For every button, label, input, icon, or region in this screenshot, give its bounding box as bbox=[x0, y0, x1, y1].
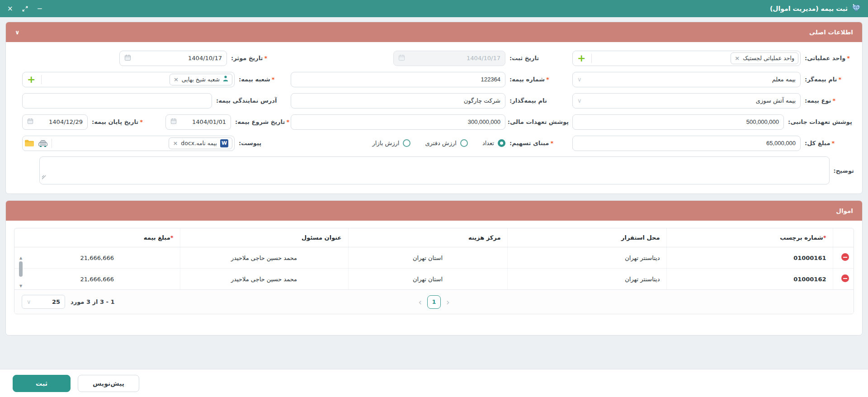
effective-date-input[interactable]: 1404/10/17 bbox=[119, 51, 227, 66]
financial-coverage-input[interactable] bbox=[291, 114, 505, 130]
row-remove-cell bbox=[833, 269, 854, 290]
current-page-button[interactable]: 1 bbox=[427, 295, 441, 309]
collateral-coverage-input[interactable] bbox=[572, 114, 784, 130]
action-footer: ثبت پیش‌نویس bbox=[0, 369, 868, 397]
end-date-input[interactable]: 1404/12/29 bbox=[22, 114, 88, 130]
required-mark: * bbox=[546, 76, 549, 83]
end-date-label: *تاریخ پایان بیمه: bbox=[88, 118, 143, 125]
draft-button[interactable]: پیش‌نویس bbox=[78, 375, 139, 392]
total-amount-input[interactable] bbox=[572, 136, 801, 151]
description-textarea[interactable] bbox=[39, 156, 830, 184]
next-page-icon[interactable]: › bbox=[445, 297, 451, 307]
calendar-icon[interactable] bbox=[27, 118, 33, 126]
submit-button[interactable]: ثبت bbox=[13, 375, 71, 392]
calendar-icon[interactable] bbox=[124, 54, 131, 62]
required-mark: * bbox=[823, 234, 826, 241]
form-row-3: *نوع بیمه: بیمه آتش سوزی ∨ نام بیمه‌گذار… bbox=[14, 93, 854, 109]
calendar-icon[interactable] bbox=[170, 118, 177, 126]
radio-market-value-label: ارزش بازار bbox=[373, 140, 400, 147]
main-info-card: اطلاعات اصلی ∨ *واحد عملیاتی: واحد عملیا… bbox=[5, 22, 863, 194]
attachment-chip: W بیمه نامه.docx × bbox=[169, 137, 232, 149]
required-mark: * bbox=[847, 55, 850, 61]
responsible-cell: محمد حسین حاجی ملاحیدر bbox=[180, 247, 348, 269]
radio-dot[interactable] bbox=[498, 139, 505, 147]
attachment-group: پیوست: W بیمه نامه.docx × bbox=[22, 136, 261, 151]
required-mark: * bbox=[272, 76, 275, 83]
table-row: 01000161 دیتاسنتر تهران استان تهران محمد… bbox=[14, 247, 854, 269]
col-location: محل استقرار bbox=[507, 228, 666, 247]
start-date-input[interactable]: 1404/01/01 bbox=[165, 114, 231, 130]
folder-icon[interactable] bbox=[24, 139, 34, 147]
insurance-number-group: *شماره بیمه: bbox=[291, 72, 569, 87]
financial-coverage-label: پوشش تعهدات مالی: bbox=[505, 118, 569, 125]
tag-number-cell: 01000162 bbox=[666, 269, 833, 290]
insurance-amount-cell: 21,666,666 bbox=[14, 247, 180, 269]
scanner-icon[interactable] bbox=[38, 139, 48, 147]
scroll-down-icon[interactable]: ▼ bbox=[19, 284, 22, 288]
radio-market-value[interactable]: ارزش بازار bbox=[373, 139, 411, 147]
radio-count[interactable]: تعداد bbox=[482, 139, 505, 147]
close-icon[interactable]: × bbox=[7, 5, 13, 12]
insurer-name-value: بیمه معلم bbox=[772, 76, 796, 83]
col-responsible: عنوان مسئول bbox=[180, 228, 348, 247]
policyholder-name-input[interactable] bbox=[291, 93, 505, 109]
allocation-basis-group: *مبنای تسهیم: تعداد ارزش دفتری ارزش ب bbox=[373, 139, 569, 147]
start-date-label: *تاریخ شروع بیمه: bbox=[231, 118, 289, 125]
add-operational-unit-button[interactable]: + bbox=[575, 53, 588, 63]
radio-count-label: تعداد bbox=[482, 140, 494, 147]
add-insurance-branch-button[interactable]: + bbox=[24, 75, 38, 85]
chip-remove-icon[interactable]: × bbox=[735, 55, 740, 61]
attachment-field[interactable]: W بیمه نامه.docx × bbox=[22, 136, 235, 151]
agency-address-input[interactable] bbox=[22, 93, 212, 109]
insurance-number-input[interactable] bbox=[291, 72, 505, 87]
radio-book-value[interactable]: ارزش دفتری bbox=[425, 139, 467, 147]
row-remove-cell bbox=[833, 247, 854, 269]
assets-table: *شماره برچسب محل استقرار مرکز هزینه عنوا… bbox=[14, 228, 854, 289]
radio-dot[interactable] bbox=[403, 139, 410, 147]
cost-center-cell: استان تهران bbox=[348, 269, 507, 290]
form-row-4: پوشش تعهدات جانبی: پوشش تعهدات مالی: *تا… bbox=[14, 114, 854, 130]
effective-date-value: 1404/10/17 bbox=[188, 55, 222, 61]
range-text: 1 - 3 از 3 مورد bbox=[71, 298, 114, 305]
col-tag-number: *شماره برچسب bbox=[666, 228, 833, 247]
main-info-header[interactable]: اطلاعات اصلی ∨ bbox=[6, 22, 862, 42]
calendar-icon bbox=[398, 54, 405, 62]
col-cost-center: مرکز هزینه bbox=[348, 228, 507, 247]
chip-remove-icon[interactable]: × bbox=[174, 76, 179, 83]
insurance-registration-window: { "window": { "title": "ثبت بیمه (مدیریت… bbox=[0, 0, 868, 397]
prev-page-icon[interactable]: ‹ bbox=[417, 297, 423, 307]
required-mark: * bbox=[831, 140, 835, 147]
operational-unit-multiselect[interactable]: واحد عملیاتی لجستیک × + bbox=[572, 51, 801, 66]
assets-header[interactable]: اموال bbox=[6, 201, 862, 221]
resize-grip-icon[interactable] bbox=[42, 174, 46, 181]
allocation-basis-radios: تعداد ارزش دفتری ارزش بازار bbox=[373, 139, 506, 147]
insurer-name-select[interactable]: بیمه معلم ∨ bbox=[572, 72, 801, 87]
radio-dot[interactable] bbox=[460, 139, 468, 147]
agency-address-group: آدرس نمایندگی بیمه: bbox=[22, 93, 277, 109]
maximize-icon[interactable] bbox=[22, 6, 28, 12]
word-doc-icon: W bbox=[220, 139, 228, 147]
collapse-chevron-icon[interactable]: ∨ bbox=[15, 29, 20, 36]
scroll-up-icon[interactable]: ▲ bbox=[19, 256, 22, 260]
insurance-branch-chip-label: شعبه شیخ بهایی bbox=[182, 76, 220, 83]
policyholder-name-label: نام بیمه‌گذار: bbox=[505, 97, 569, 104]
register-date-input: 1404/10/17 bbox=[393, 51, 505, 66]
scrollbar-thumb[interactable] bbox=[19, 261, 23, 277]
agency-address-label: آدرس نمایندگی بیمه: bbox=[212, 97, 277, 104]
divider bbox=[52, 139, 52, 148]
remove-row-icon[interactable] bbox=[841, 274, 849, 282]
chip-remove-icon[interactable]: × bbox=[173, 140, 178, 147]
minimize-icon[interactable]: − bbox=[37, 5, 43, 12]
assets-grid: ▲ ▼ *شماره برچسب محل استقرار مرکز هزینه … bbox=[14, 228, 854, 314]
insurance-number-label: *شماره بیمه: bbox=[505, 76, 569, 83]
insurance-amount-cell: 21,666,666 bbox=[14, 269, 180, 290]
insurance-type-select[interactable]: بیمه آتش سوزی ∨ bbox=[572, 93, 801, 109]
page-size-select[interactable]: 25 ∨ bbox=[22, 295, 65, 309]
grid-scrollbar: ▲ ▼ bbox=[18, 256, 24, 288]
radio-book-value-label: ارزش دفتری bbox=[425, 140, 456, 147]
required-mark: * bbox=[264, 55, 267, 61]
insurance-branch-multiselect[interactable]: شعبه شیخ بهایی × + bbox=[22, 72, 235, 87]
assets-card: اموال ▲ ▼ *شماره برچسب محل استقرار bbox=[5, 200, 863, 336]
remove-row-icon[interactable] bbox=[841, 253, 849, 261]
col-insurance-amount: *مبلغ بیمه bbox=[14, 228, 180, 247]
